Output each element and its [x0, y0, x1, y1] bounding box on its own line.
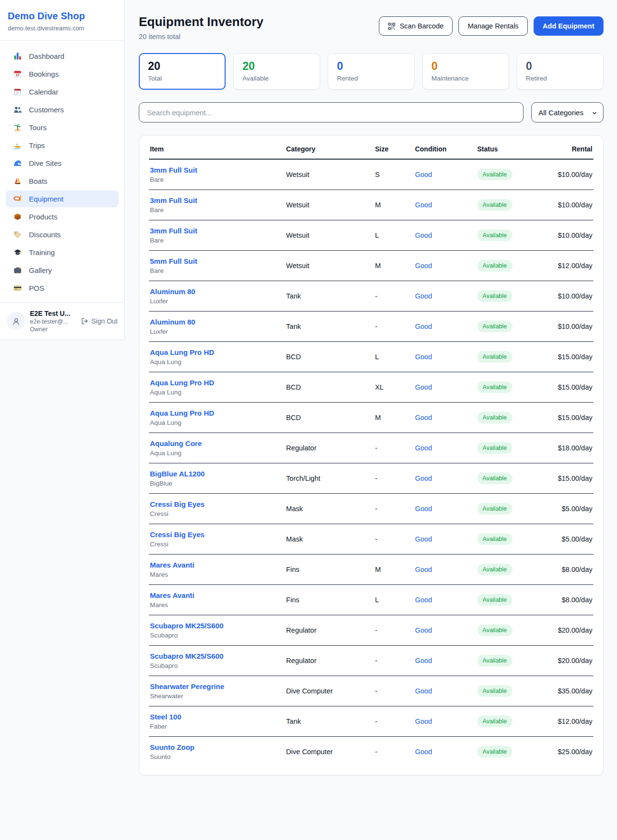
- user-icon: [12, 317, 21, 326]
- item-brand: Aqua Lung: [150, 358, 279, 366]
- condition-link[interactable]: Good: [415, 201, 432, 209]
- condition-link[interactable]: Good: [415, 657, 432, 664]
- sign-out-button[interactable]: Sign Out: [81, 317, 118, 325]
- category-cell: Dive Computer: [282, 676, 371, 706]
- add-equipment-button[interactable]: Add Equipment: [534, 16, 604, 36]
- stat-card[interactable]: 20 Available: [233, 53, 320, 90]
- size-cell: L: [371, 220, 411, 251]
- item-name-link[interactable]: Scubapro MK25/S600: [150, 652, 224, 660]
- search-input[interactable]: [139, 102, 523, 122]
- category-cell: Tank: [282, 281, 371, 312]
- stat-card[interactable]: 20 Total: [139, 53, 226, 90]
- table-row: Shearwater Peregrine Shearwater Dive Com…: [149, 676, 593, 706]
- customers-icon: [13, 106, 22, 114]
- sidebar-item[interactable]: Equipment: [6, 190, 119, 207]
- condition-link[interactable]: Good: [415, 718, 432, 725]
- item-name-link[interactable]: Cressi Big Eyes: [150, 500, 204, 508]
- condition-link[interactable]: Good: [415, 505, 432, 513]
- condition-link[interactable]: Good: [415, 474, 432, 482]
- item-name-link[interactable]: 3mm Full Suit: [150, 196, 197, 204]
- item-name-link[interactable]: 5mm Full Suit: [150, 257, 197, 265]
- status-badge: Available: [477, 260, 512, 271]
- condition-link[interactable]: Good: [415, 231, 432, 239]
- item-brand: Scubapro: [150, 662, 279, 669]
- table-row: Steel 100 Faber Tank - Good Available $1…: [149, 706, 593, 737]
- sidebar-item[interactable]: Training: [6, 244, 119, 261]
- status-cell: Available: [473, 706, 549, 737]
- condition-cell: Good: [411, 312, 473, 342]
- trips-icon: [13, 141, 22, 149]
- item-name-link[interactable]: Aqua Lung Pro HD: [150, 409, 214, 417]
- category-select[interactable]: All Categories: [531, 102, 604, 122]
- condition-link[interactable]: Good: [415, 292, 432, 300]
- stat-card[interactable]: 0 Maintenance: [422, 53, 509, 90]
- item-name-link[interactable]: 3mm Full Suit: [150, 227, 197, 235]
- item-name-link[interactable]: Mares Avanti: [150, 591, 194, 599]
- condition-link[interactable]: Good: [415, 414, 432, 421]
- sidebar-item[interactable]: Dashboard: [6, 48, 119, 65]
- rental-cell: $5.00/day: [549, 524, 593, 555]
- condition-link[interactable]: Good: [415, 444, 432, 452]
- manage-rentals-button[interactable]: Manage Rentals: [458, 16, 528, 36]
- item-cell: Aqualung Core Aqua Lung: [149, 433, 282, 463]
- item-name-link[interactable]: Cressi Big Eyes: [150, 530, 204, 539]
- item-name-link[interactable]: BigBlue AL1200: [150, 470, 205, 478]
- tours-icon: [13, 123, 22, 132]
- item-name-link[interactable]: Aluminum 80: [150, 318, 195, 326]
- sidebar-item[interactable]: Gallery: [6, 262, 119, 279]
- sidebar-item[interactable]: Customers: [6, 101, 119, 118]
- status-badge: Available: [477, 716, 512, 727]
- status-cell: Available: [473, 403, 549, 433]
- item-name-link[interactable]: Aqualung Core: [150, 439, 202, 447]
- sidebar-item[interactable]: Discounts: [6, 226, 119, 243]
- item-name-link[interactable]: Aqua Lung Pro HD: [150, 348, 214, 356]
- condition-link[interactable]: Good: [415, 353, 432, 361]
- condition-link[interactable]: Good: [415, 748, 432, 756]
- scan-barcode-button[interactable]: Scan Barcode: [379, 16, 453, 36]
- stat-card[interactable]: 0 Rented: [328, 53, 415, 90]
- item-name-link[interactable]: Aluminum 80: [150, 287, 195, 296]
- item-cell: Cressi Big Eyes Cressi: [149, 494, 282, 524]
- sign-out-label: Sign Out: [92, 317, 118, 325]
- condition-link[interactable]: Good: [415, 262, 432, 270]
- condition-link[interactable]: Good: [415, 596, 432, 604]
- item-name-link[interactable]: Suunto Zoop: [150, 743, 194, 751]
- table-row: Aqua Lung Pro HD Aqua Lung BCD M Good Av…: [149, 403, 593, 433]
- condition-link[interactable]: Good: [415, 383, 432, 391]
- stat-label: Rented: [337, 75, 405, 82]
- item-name-link[interactable]: Mares Avanti: [150, 561, 194, 569]
- table-row: Cressi Big Eyes Cressi Mask - Good Avail…: [149, 524, 593, 555]
- stat-card[interactable]: 0 Retired: [517, 53, 604, 90]
- rental-cell: $25.00/day: [549, 737, 593, 770]
- rental-cell: $12.00/day: [549, 706, 593, 737]
- condition-link[interactable]: Good: [415, 323, 432, 330]
- products-icon: [13, 213, 22, 221]
- item-cell: Suunto Zoop Suunto: [149, 737, 282, 770]
- sidebar-item[interactable]: Trips: [6, 137, 119, 154]
- sidebar-item-label: Training: [29, 248, 55, 257]
- sidebar-item[interactable]: Dive Sites: [6, 155, 119, 172]
- item-name-link[interactable]: Shearwater Peregrine: [150, 682, 224, 691]
- sidebar-item[interactable]: 17 Bookings: [6, 66, 119, 82]
- item-name-link[interactable]: Aqua Lung Pro HD: [150, 379, 214, 387]
- sidebar-item[interactable]: Products: [6, 208, 119, 225]
- sidebar-item[interactable]: POS: [6, 280, 119, 297]
- item-name-link[interactable]: 3mm Full Suit: [150, 166, 197, 174]
- sidebar-item[interactable]: Calendar: [6, 83, 119, 100]
- condition-link[interactable]: Good: [415, 566, 432, 573]
- size-cell: -: [371, 615, 411, 646]
- condition-link[interactable]: Good: [415, 171, 432, 178]
- status-cell: Available: [473, 646, 549, 676]
- sidebar-item[interactable]: Boats: [6, 173, 119, 190]
- condition-cell: Good: [411, 159, 473, 190]
- table-row: Aqua Lung Pro HD Aqua Lung BCD L Good Av…: [149, 342, 593, 372]
- sidebar-item[interactable]: Tours: [6, 119, 119, 136]
- condition-link[interactable]: Good: [415, 535, 432, 543]
- item-name-link[interactable]: Scubapro MK25/S600: [150, 622, 224, 630]
- condition-link[interactable]: Good: [415, 626, 432, 634]
- status-cell: Available: [473, 676, 549, 706]
- size-cell: -: [371, 676, 411, 706]
- condition-link[interactable]: Good: [415, 687, 432, 695]
- item-brand: Bare: [150, 237, 279, 244]
- item-name-link[interactable]: Steel 100: [150, 713, 181, 721]
